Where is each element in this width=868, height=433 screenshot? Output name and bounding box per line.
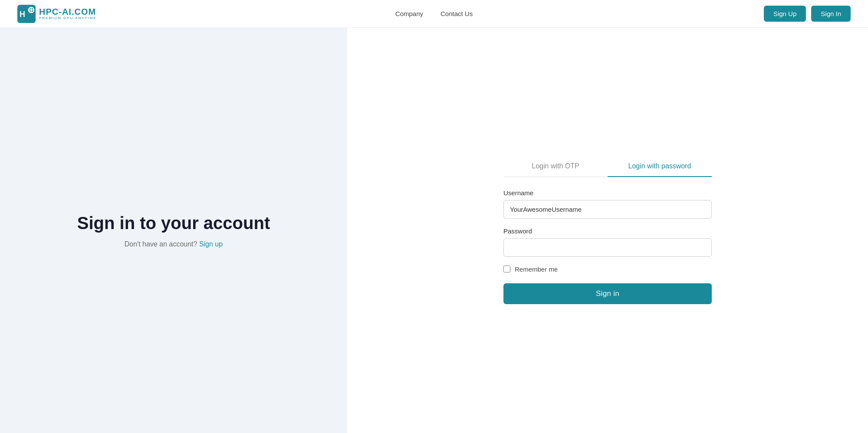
tab-password[interactable]: Login with password [608,157,712,177]
signin-button[interactable]: Sign in [503,283,712,304]
signup-prompt-prefix: Don't have an account? [125,240,197,248]
logo-text: HPC-AI.COM PREMIUM GPU ANYTIME [39,7,97,20]
hpc-ai-logo-icon: H [17,5,36,23]
main-content: Sign in to your account Don't have an ac… [0,28,868,433]
navbar-actions: Sign Up Sign In [764,6,851,22]
remember-me-group: Remember me [503,266,712,273]
login-form: Username Password Remember me Sign in [503,189,712,304]
navbar-nav: Company Contact Us [395,10,473,17]
login-card: Login with OTP Login with password Usern… [503,157,712,304]
signup-button[interactable]: Sign Up [764,6,806,22]
login-tabs: Login with OTP Login with password [503,157,712,177]
signup-link[interactable]: Sign up [199,240,223,248]
remember-me-label[interactable]: Remember me [515,266,558,273]
left-panel: Sign in to your account Don't have an ac… [0,28,347,433]
signup-prompt: Don't have an account? Sign up [77,240,270,248]
username-input[interactable] [503,200,712,219]
password-input[interactable] [503,238,712,257]
page-headline: Sign in to your account [77,213,270,233]
username-label: Username [503,189,712,197]
username-group: Username [503,189,712,219]
right-panel: Login with OTP Login with password Usern… [347,28,868,433]
signin-nav-button[interactable]: Sign In [811,6,851,22]
left-panel-text: Sign in to your account Don't have an ac… [77,213,270,248]
tab-otp[interactable]: Login with OTP [503,157,608,177]
logo[interactable]: H HPC-AI.COM PREMIUM GPU ANYTIME [17,5,97,23]
svg-text:H: H [20,10,25,19]
logo-main: HPC-AI.COM [39,7,97,16]
nav-link-contact-us[interactable]: Contact Us [441,10,473,17]
password-group: Password [503,227,712,257]
remember-me-checkbox[interactable] [503,266,510,272]
password-label: Password [503,227,712,235]
navbar: H HPC-AI.COM PREMIUM GPU ANYTIME Company… [0,0,868,28]
nav-link-company[interactable]: Company [395,10,423,17]
logo-sub: PREMIUM GPU ANYTIME [39,16,97,20]
